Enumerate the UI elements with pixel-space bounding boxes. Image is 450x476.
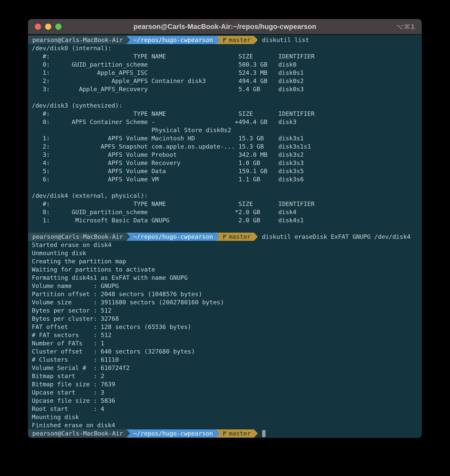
prompt-cwd: ~/repos/hugo-cwpearson <box>133 233 213 241</box>
output-line: 0: GUID_partition_scheme 500.3 GB disk0 <box>32 60 422 69</box>
output-line: Bytes per cluster: 32768 <box>32 315 422 323</box>
command-text: diskutil list <box>262 36 309 44</box>
output-line: Volume name : GNUPG <box>32 282 422 290</box>
output-line: FAT offset : 128 sectors (65536 bytes) <box>32 323 422 331</box>
output-line: 3: APFS Volume Preboot 342.0 MB disk3s2 <box>32 151 422 159</box>
prompt-cwd-segment: ~/repos/hugo-cwpearson <box>130 429 216 438</box>
window-shortcut-hint: ⌥⌘1 <box>396 19 415 34</box>
output-line: Formatting disk4s1 as ExFAT with name GN… <box>32 274 422 282</box>
output-line: #: TYPE NAME SIZE IDENTIFIER <box>32 200 422 208</box>
output-line: # Clusters : 61110 <box>32 356 422 364</box>
output-line: /dev/disk0 (internal): <box>32 44 422 52</box>
prompt-git-branch: master <box>229 233 251 241</box>
output-line: 5: APFS Volume Data 159.1 GB disk3s5 <box>32 167 422 175</box>
output-line: 2: APFS Snapshot com.apple.os.update-...… <box>32 142 422 151</box>
prompt-git-branch: master <box>229 429 251 438</box>
close-button[interactable] <box>35 24 41 30</box>
command-output: /dev/disk0 (internal): #: TYPE NAME SIZE… <box>28 44 422 233</box>
zoom-button[interactable] <box>55 24 62 30</box>
output-line: Bytes per sector : 512 <box>32 306 422 315</box>
output-line: 3: Apple_APFS_Recovery 5.4 GB disk0s3 <box>32 85 422 93</box>
prompt-user-host-segment: pearson@Carls-MacBook-Air <box>28 233 126 241</box>
output-line: #: TYPE NAME SIZE IDENTIFIER <box>32 52 422 60</box>
traffic-lights <box>35 19 62 34</box>
powerline-arrow <box>254 36 258 44</box>
output-line: /dev/disk3 (synthesized): <box>32 101 422 110</box>
output-line: Bitmap file size : 7639 <box>32 380 422 388</box>
output-line: Finished erase on disk4 <box>32 421 422 429</box>
terminal-body[interactable]: pearson@Carls-MacBook-Air~/repos/hugo-cw… <box>28 35 422 438</box>
prompt-user-host: pearson@Carls-MacBook-Air <box>32 429 123 438</box>
prompt-line: pearson@Carls-MacBook-Air~/repos/hugo-cw… <box>28 36 422 44</box>
output-line: # FAT sectors : 512 <box>32 331 422 339</box>
output-line: Root start : 4 <box>32 405 422 413</box>
output-line: Started erase on disk4 <box>32 241 422 249</box>
output-line: /dev/disk4 (external, physical): <box>32 192 422 200</box>
output-line <box>32 93 422 101</box>
powerline-arrow <box>254 429 258 438</box>
output-line: Mounting disk <box>32 413 422 421</box>
output-line: Upcase file size : 5836 <box>32 397 422 405</box>
powerline-arrow <box>126 36 130 44</box>
output-line <box>32 224 422 233</box>
powerline-arrow <box>254 233 258 241</box>
git-branch-icon <box>222 37 227 43</box>
output-line: Unmounting disk <box>32 249 422 257</box>
prompt-git-segment: master <box>220 429 254 438</box>
output-line: 2: Apple_APFS Container disk3 494.4 GB d… <box>32 77 422 85</box>
powerline-arrow <box>126 429 130 438</box>
powerline-arrow <box>126 233 130 241</box>
output-line: Bitmap start : 2 <box>32 372 422 380</box>
prompt-git-segment: master <box>220 233 254 241</box>
output-line: 0: GUID_partition_scheme *2.0 GB disk4 <box>32 208 422 216</box>
prompt-user-host: pearson@Carls-MacBook-Air <box>32 36 123 44</box>
output-line: Physical Store disk0s2 <box>32 126 422 134</box>
prompt-cwd: ~/repos/hugo-cwpearson <box>133 36 213 44</box>
output-line: Volume size : 3911680 sectors (200278016… <box>32 298 422 306</box>
prompt-user-host-segment: pearson@Carls-MacBook-Air <box>28 36 126 44</box>
window-title: pearson@Carls-MacBook-Air:~/repos/hugo-c… <box>28 23 422 31</box>
output-line: 1: APFS Volume Macintosh HD 15.3 GB disk… <box>32 134 422 142</box>
powerline-arrow <box>216 36 220 44</box>
output-line: Partition offset : 2048 sectors (1048576… <box>32 290 422 298</box>
powerline-arrow <box>216 429 220 438</box>
git-branch-icon <box>222 431 227 436</box>
titlebar[interactable]: pearson@Carls-MacBook-Air:~/repos/hugo-c… <box>28 19 422 35</box>
output-line: Volume Serial # : 610724f2 <box>32 364 422 372</box>
prompt-cwd: ~/repos/hugo-cwpearson <box>133 429 213 438</box>
output-line: 6: APFS Volume VM 1.1 GB disk3s6 <box>32 175 422 183</box>
output-line: Creating the partition map <box>32 257 422 265</box>
output-line: Cluster offset : 640 sectors (327680 byt… <box>32 347 422 356</box>
prompt-git-branch: master <box>229 36 251 44</box>
command-output: Started erase on disk4Unmounting diskCre… <box>28 241 422 429</box>
minimize-button[interactable] <box>45 24 51 30</box>
prompt-cwd-segment: ~/repos/hugo-cwpearson <box>130 36 216 44</box>
output-line: 4: APFS Volume Recovery 1.0 GB disk3s3 <box>32 159 422 167</box>
powerline-arrow <box>216 233 220 241</box>
output-line: #: TYPE NAME SIZE IDENTIFIER <box>32 110 422 118</box>
output-line <box>32 183 422 192</box>
output-line: Number of FATs : 1 <box>32 339 422 347</box>
output-line: 0: APFS Container Scheme - +494.4 GB dis… <box>32 118 422 126</box>
output-line: 1: Apple_APFS_ISC 524.3 MB disk0s1 <box>32 69 422 77</box>
terminal-cursor <box>262 430 265 437</box>
prompt-line: pearson@Carls-MacBook-Air~/repos/hugo-cw… <box>28 429 422 438</box>
output-line: 1: Microsoft Basic Data GNUPG 2.0 GB dis… <box>32 216 422 224</box>
git-branch-icon <box>222 234 227 240</box>
output-line: Waiting for partitions to activate <box>32 265 422 274</box>
prompt-user-host-segment: pearson@Carls-MacBook-Air <box>28 429 126 438</box>
prompt-cwd-segment: ~/repos/hugo-cwpearson <box>130 233 216 241</box>
command-text: diskutil eraseDisk ExFAT GNUPG /dev/disk… <box>262 233 411 241</box>
output-line: Upcase start : 3 <box>32 388 422 397</box>
prompt-line: pearson@Carls-MacBook-Air~/repos/hugo-cw… <box>28 233 422 241</box>
prompt-user-host: pearson@Carls-MacBook-Air <box>32 233 123 241</box>
prompt-git-segment: master <box>220 36 254 44</box>
terminal-window: pearson@Carls-MacBook-Air:~/repos/hugo-c… <box>28 19 422 438</box>
